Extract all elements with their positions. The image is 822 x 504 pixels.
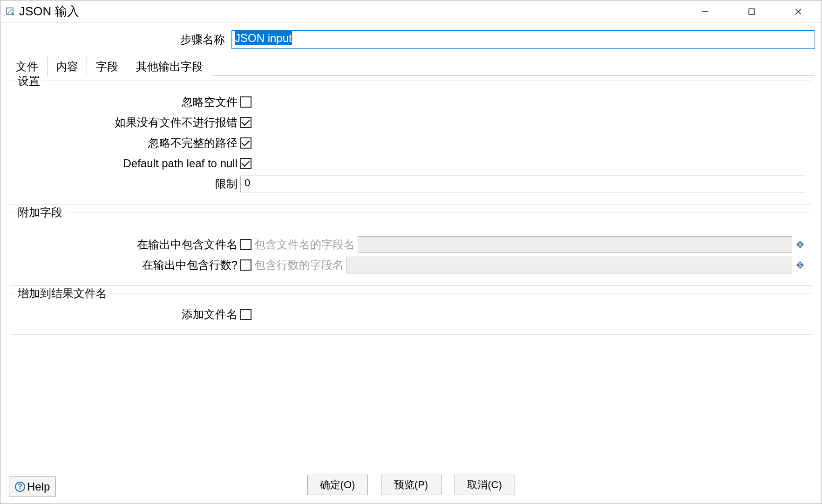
variable-icon[interactable]: S xyxy=(795,260,805,270)
step-name-label: 步骤名称 xyxy=(7,32,227,47)
row-no-file-no-error: 如果没有文件不进行报错 xyxy=(17,114,805,131)
label-filename-field: 包含文件名的字段名 xyxy=(254,237,355,252)
group-additional-title: 附加字段 xyxy=(15,205,65,220)
label-ignore-incomplete-path: 忽略不完整的路径 xyxy=(17,136,240,150)
label-no-file-no-error: 如果没有文件不进行报错 xyxy=(17,115,240,130)
checkbox-ignore-incomplete-path[interactable] xyxy=(240,137,251,149)
checkbox-include-row-count[interactable] xyxy=(240,259,251,271)
step-name-value: JSON input xyxy=(235,31,292,45)
row-add-filename: 添加文件名 xyxy=(17,306,805,323)
variable-icon[interactable]: S xyxy=(795,239,805,250)
titlebar: JSON 输入 xyxy=(0,0,822,23)
minimize-button[interactable] xyxy=(682,0,728,22)
help-label: Help xyxy=(27,480,50,493)
app-icon xyxy=(5,7,15,17)
svg-text:S: S xyxy=(798,262,802,268)
dialog-window: JSON 输入 步骤名称 JSON input 文件 内容 字段 其他输出字段 … xyxy=(0,0,822,504)
tab-fields[interactable]: 字段 xyxy=(87,57,127,76)
input-limit[interactable]: 0 xyxy=(240,176,805,192)
help-button[interactable]: ? Help xyxy=(9,477,56,497)
cancel-button[interactable]: 取消(C) xyxy=(455,475,515,495)
row-limit: 限制 0 xyxy=(17,175,805,193)
row-ignore-incomplete-path: 忽略不完整的路径 xyxy=(17,134,805,152)
group-settings: 设置 忽略空文件 如果没有文件不进行报错 忽略不完整的路径 Default pa… xyxy=(10,81,812,204)
window-title: JSON 输入 xyxy=(19,3,682,20)
preview-button[interactable]: 预览(P) xyxy=(381,475,442,495)
window-controls xyxy=(682,0,822,22)
ok-button[interactable]: 确定(O) xyxy=(307,475,368,495)
row-ignore-empty-file: 忽略空文件 xyxy=(17,93,805,111)
label-ignore-empty-file: 忽略空文件 xyxy=(17,95,240,109)
checkbox-add-filename[interactable] xyxy=(240,309,251,320)
step-name-row: 步骤名称 JSON input xyxy=(0,23,822,52)
input-row-count-field[interactable] xyxy=(346,257,792,273)
group-result-title: 增加到结果文件名 xyxy=(15,286,110,301)
row-include-filename: 在输出中包含文件名 包含文件名的字段名 S xyxy=(17,236,805,253)
label-add-filename: 添加文件名 xyxy=(17,307,240,322)
step-name-input[interactable]: JSON input xyxy=(231,30,815,49)
label-include-filename: 在输出中包含文件名 xyxy=(17,237,240,252)
group-settings-title: 设置 xyxy=(15,76,43,89)
checkbox-include-filename[interactable] xyxy=(240,239,251,250)
label-include-row-count: 在输出中包含行数? xyxy=(17,258,240,272)
close-button[interactable] xyxy=(775,0,822,22)
svg-text:S: S xyxy=(798,242,802,247)
spacer xyxy=(17,222,805,233)
group-additional-fields: 附加字段 在输出中包含文件名 包含文件名的字段名 S 在输出中包含行数? 包含行… xyxy=(10,212,812,286)
input-filename-field[interactable] xyxy=(358,236,792,253)
tab-content[interactable]: 内容 xyxy=(47,57,87,76)
help-icon: ? xyxy=(15,482,25,492)
checkbox-no-file-no-error[interactable] xyxy=(240,117,251,128)
group-add-to-result: 增加到结果文件名 添加文件名 xyxy=(10,293,812,335)
tab-other-output-fields[interactable]: 其他输出字段 xyxy=(127,57,212,76)
tabs: 文件 内容 字段 其他输出字段 xyxy=(0,56,822,76)
checkbox-ignore-empty-file[interactable] xyxy=(240,96,251,108)
row-default-path-leaf-null: Default path leaf to null xyxy=(17,155,805,172)
tab-divider xyxy=(212,56,815,76)
row-include-row-count: 在输出中包含行数? 包含行数的字段名 S xyxy=(17,256,805,274)
tab-file[interactable]: 文件 xyxy=(7,57,47,76)
svg-rect-2 xyxy=(749,9,754,14)
label-row-count-field: 包含行数的字段名 xyxy=(254,258,344,272)
label-default-path-leaf-null: Default path leaf to null xyxy=(17,157,240,170)
tab-panel-content: 设置 忽略空文件 如果没有文件不进行报错 忽略不完整的路径 Default pa… xyxy=(0,76,822,468)
dialog-buttons: ? Help 确定(O) 预览(P) 取消(C) xyxy=(0,468,822,504)
maximize-button[interactable] xyxy=(728,0,775,22)
label-limit: 限制 xyxy=(17,177,240,191)
checkbox-default-path-leaf-null[interactable] xyxy=(240,158,251,169)
